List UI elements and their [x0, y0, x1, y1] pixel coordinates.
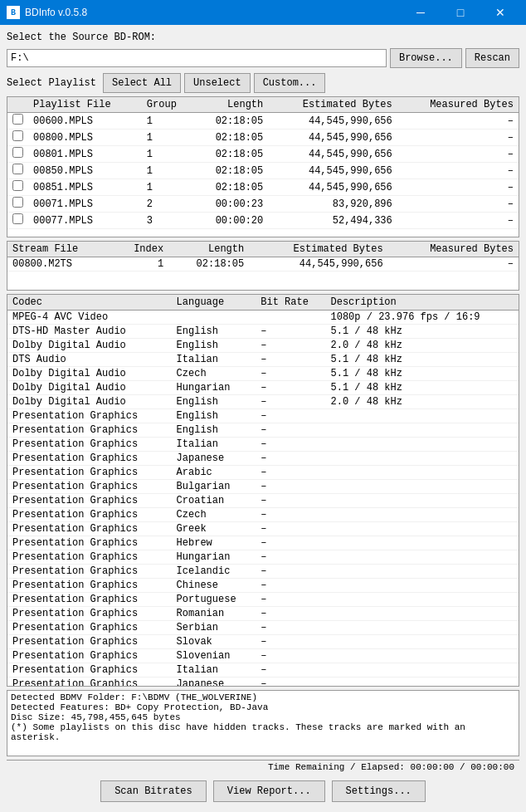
codec-name: Presentation Graphics [7, 423, 172, 438]
playlist-checkbox[interactable] [12, 114, 23, 125]
codec-name: Presentation Graphics [7, 607, 172, 621]
codec-bitrate [256, 311, 325, 325]
codec-name: Presentation Graphics [7, 635, 172, 649]
codec-row: Presentation Graphics Slovenian – [7, 649, 519, 663]
source-path-input[interactable] [7, 49, 387, 67]
codec-bitrate: – [256, 649, 325, 663]
custom-button[interactable]: Custom... [254, 73, 326, 93]
view-report-button[interactable]: View Report... [213, 780, 325, 802]
codec-bitrate: – [256, 423, 325, 438]
codec-name: Presentation Graphics [7, 522, 172, 536]
playlist-row[interactable]: 00851.MPLS 1 02:18:05 44,545,990,656 – [7, 179, 519, 196]
codec-name: Presentation Graphics [7, 508, 172, 522]
playlist-file: 00077.MPLS [28, 213, 142, 229]
codec-name: Dolby Digital Audio [7, 381, 172, 395]
rescan-button[interactable]: Rescan [465, 48, 519, 68]
codec-col-description: Description [326, 295, 519, 311]
codec-row: Presentation Graphics Romanian – [7, 607, 519, 621]
codec-language: Italian [172, 438, 256, 452]
playlist-measured: – [397, 163, 519, 179]
codec-name: DTS Audio [7, 353, 172, 367]
playlist-row[interactable]: 00800.MPLS 1 02:18:05 44,545,990,656 – [7, 130, 519, 146]
scan-bitrates-button[interactable]: Scan Bitrates [100, 780, 207, 802]
codec-row: Presentation Graphics Hebrew – [7, 536, 519, 550]
window-controls: ─ □ ✕ [402, 0, 519, 25]
stream-estimated: 44,545,990,656 [249, 257, 387, 271]
minimize-button[interactable]: ─ [402, 0, 440, 25]
playlist-col-file: Playlist File [28, 97, 142, 113]
codec-bitrate: – [256, 522, 325, 536]
status-bar: Time Remaining / Elapsed: 00:00:00 / 00:… [7, 760, 519, 774]
playlist-col-check [7, 97, 28, 113]
codec-language: Slovenian [172, 649, 256, 663]
playlist-row[interactable]: 00071.MPLS 2 00:00:23 83,920,896 – [7, 196, 519, 213]
playlist-file: 00801.MPLS [28, 146, 142, 163]
codec-row: Presentation Graphics Icelandic – [7, 565, 519, 579]
codec-description [326, 635, 519, 649]
codec-language: Icelandic [172, 565, 256, 579]
title-bar: B BDInfo v.0.5.8 ─ □ ✕ [0, 0, 526, 25]
codec-bitrate: – [256, 593, 325, 607]
stream-row: 00800.M2TS 1 02:18:05 44,545,990,656 – [7, 257, 519, 271]
codec-row: Presentation Graphics Arabic – [7, 466, 519, 480]
playlist-group: 2 [142, 196, 193, 213]
codec-name: Presentation Graphics [7, 677, 172, 687]
playlist-estimated: 52,494,336 [268, 213, 397, 229]
playlist-row[interactable]: 00077.MPLS 3 00:00:20 52,494,336 – [7, 213, 519, 229]
playlist-row[interactable]: 00600.MPLS 1 02:18:05 44,545,990,656 – [7, 113, 519, 130]
codec-description [326, 452, 519, 466]
log-line: Detected Features: BD+ Copy Protection, … [11, 702, 515, 712]
codec-row: DTS-HD Master Audio English – 5.1 / 48 k… [7, 325, 519, 339]
codec-language: Portuguese [172, 593, 256, 607]
close-button[interactable]: ✕ [481, 0, 519, 25]
playlist-file: 00071.MPLS [28, 196, 142, 213]
codec-col-language: Language [172, 295, 256, 311]
playlist-row[interactable]: 00850.MPLS 1 02:18:05 44,545,990,656 – [7, 163, 519, 179]
stream-col-index: Index [113, 242, 168, 257]
source-row: Browse... Rescan [7, 48, 519, 68]
select-all-button[interactable]: Select All [103, 73, 181, 93]
maximize-button[interactable]: □ [441, 0, 480, 25]
playlist-length: 00:00:23 [193, 196, 268, 213]
playlist-estimated: 44,545,990,656 [268, 130, 397, 146]
playlist-checkbox[interactable] [12, 180, 23, 191]
log-line: Detected BDMV Folder: F:\BDMV (THE_WOLVE… [11, 692, 515, 702]
playlist-checkbox[interactable] [12, 130, 23, 141]
settings-button[interactable]: Settings... [332, 780, 426, 802]
codec-name: Presentation Graphics [7, 565, 172, 579]
playlist-file: 00851.MPLS [28, 179, 142, 196]
codec-language: Slovak [172, 635, 256, 649]
codec-description [326, 480, 519, 494]
playlist-checkbox[interactable] [12, 147, 23, 158]
codec-description: 5.1 / 48 kHz [326, 367, 519, 381]
codec-row: Dolby Digital Audio Hungarian – 5.1 / 48… [7, 381, 519, 395]
stream-measured: – [388, 257, 519, 271]
codec-language [172, 311, 256, 325]
status-remaining: 00:00:00 [411, 762, 455, 772]
codec-language: Serbian [172, 621, 256, 635]
bottom-buttons: Scan Bitrates View Report... Settings... [7, 777, 519, 805]
playlist-checkbox[interactable] [12, 164, 23, 174]
playlist-estimated: 44,545,990,656 [268, 113, 397, 130]
codec-bitrate: – [256, 395, 325, 409]
codec-description [326, 677, 519, 687]
codec-language: Czech [172, 367, 256, 381]
codec-name: Presentation Graphics [7, 480, 172, 494]
browse-button[interactable]: Browse... [390, 48, 462, 68]
playlist-row[interactable]: 00801.MPLS 1 02:18:05 44,545,990,656 – [7, 146, 519, 163]
stream-table: Stream File Index Length Estimated Bytes… [7, 242, 519, 271]
codec-name: Presentation Graphics [7, 621, 172, 635]
playlist-measured: – [397, 113, 519, 130]
codec-language: Hungarian [172, 381, 256, 395]
stream-panel: Stream File Index Length Estimated Bytes… [7, 241, 519, 291]
codec-bitrate: – [256, 635, 325, 649]
codec-name: Presentation Graphics [7, 663, 172, 677]
codec-description [326, 466, 519, 480]
unselect-button[interactable]: Unselect [184, 73, 251, 93]
codec-language: Japanese [172, 677, 256, 687]
playlist-checkbox[interactable] [12, 197, 23, 208]
playlist-checkbox[interactable] [12, 213, 23, 224]
codec-row: Presentation Graphics Italian – [7, 438, 519, 452]
codec-name: Presentation Graphics [7, 536, 172, 550]
codec-bitrate: – [256, 550, 325, 565]
